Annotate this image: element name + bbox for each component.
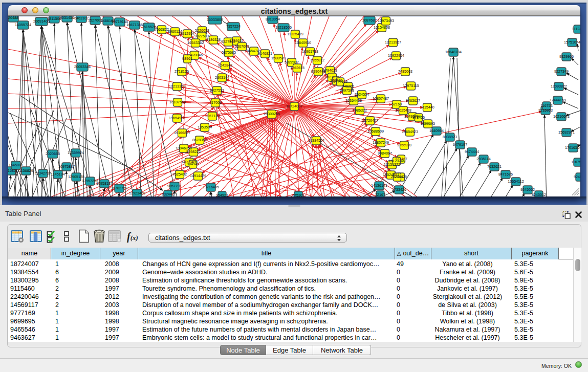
svg-text:7515526: 7515526: [142, 25, 156, 29]
svg-text:10975887: 10975887: [58, 164, 75, 169]
svg-text:11325419: 11325419: [287, 32, 303, 36]
svg-text:1353594: 1353594: [198, 125, 212, 129]
svg-text:16120746: 16120746: [388, 159, 405, 163]
svg-text:20488: 20488: [8, 16, 18, 20]
svg-text:6794028: 6794028: [323, 68, 337, 73]
svg-text:9463627: 9463627: [406, 98, 420, 103]
svg-text:16107554: 16107554: [169, 100, 186, 104]
svg-text:3915871: 3915871: [8, 168, 18, 173]
svg-text:18724007: 18724007: [286, 104, 302, 108]
svg-text:7632621: 7632621: [487, 164, 502, 169]
svg-text:116753: 116753: [540, 103, 552, 108]
svg-text:12213967: 12213967: [385, 40, 401, 45]
svg-text:1645001: 1645001: [9, 163, 23, 167]
svg-text:1733426: 1733426: [392, 187, 406, 192]
svg-text:5875685: 5875685: [222, 50, 236, 55]
svg-text:10688609: 10688609: [367, 129, 384, 134]
svg-text:9245052: 9245052: [520, 187, 535, 192]
svg-text:16033809: 16033809: [207, 17, 223, 22]
svg-text:3215953: 3215953: [538, 108, 553, 113]
svg-text:16543362: 16543362: [187, 40, 204, 45]
svg-text:22167: 22167: [375, 192, 385, 196]
svg-text:252254: 252254: [391, 174, 403, 179]
svg-text:12975115: 12975115: [403, 83, 419, 88]
svg-text:6463102: 6463102: [74, 16, 89, 20]
svg-text:1527602: 1527602: [88, 18, 102, 23]
svg-text:5322037: 5322037: [285, 60, 299, 64]
svg-text:904948: 904948: [187, 162, 199, 166]
svg-text:9329966: 9329966: [559, 54, 574, 59]
svg-text:13716485: 13716485: [203, 185, 219, 189]
svg-text:417006: 417006: [209, 100, 222, 105]
svg-text:7955812: 7955812: [310, 58, 324, 62]
svg-text:1640954: 1640954: [429, 128, 444, 133]
svg-text:8245012: 8245012: [532, 192, 546, 196]
svg-text:8471676: 8471676: [498, 172, 513, 177]
svg-text:15720407: 15720407: [362, 118, 378, 123]
svg-text:3624554: 3624554: [355, 92, 369, 97]
svg-text:2087682: 2087682: [362, 18, 377, 23]
svg-text:10025438: 10025438: [395, 108, 411, 113]
svg-text:2803144: 2803144: [215, 75, 229, 80]
svg-text:17359924: 17359924: [68, 150, 84, 155]
svg-text:12213369: 12213369: [169, 84, 185, 89]
svg-text:14136141: 14136141: [371, 183, 387, 188]
svg-text:10922954: 10922954: [388, 53, 404, 58]
svg-text:7485063: 7485063: [398, 69, 412, 74]
svg-text:17016504: 17016504: [565, 145, 580, 150]
svg-text:9115440: 9115440: [420, 105, 434, 110]
svg-text:29300255: 29300255: [264, 112, 280, 116]
svg-text:18807249: 18807249: [373, 140, 389, 145]
svg-text:1588520: 1588520: [271, 56, 286, 60]
svg-text:16961758: 16961758: [302, 49, 318, 54]
svg-text:9857791: 9857791: [167, 184, 182, 188]
svg-text:7663822: 7663822: [155, 27, 169, 32]
svg-text:9146821: 9146821: [258, 51, 272, 56]
svg-text:14914479: 14914479: [190, 173, 206, 178]
svg-text:6479197: 6479197: [453, 142, 467, 147]
svg-text:20053346: 20053346: [74, 64, 91, 69]
svg-text:6497568: 6497568: [340, 88, 354, 93]
svg-text:19384554: 19384554: [308, 138, 324, 143]
svg-text:16671355: 16671355: [126, 23, 143, 27]
svg-text:5498222: 5498222: [186, 149, 201, 154]
svg-text:6899695: 6899695: [421, 121, 435, 126]
svg-text:98961: 98961: [182, 56, 192, 61]
svg-text:832441: 832441: [162, 192, 174, 196]
svg-text:9242848: 9242848: [218, 63, 232, 68]
svg-text:7357224: 7357224: [226, 24, 241, 29]
svg-text:3267130: 3267130: [205, 114, 220, 118]
svg-text:21364436: 21364436: [345, 98, 362, 103]
svg-text:10958187: 10958187: [96, 181, 113, 186]
svg-text:16210643: 16210643: [553, 114, 570, 119]
svg-text:12923468: 12923468: [129, 191, 145, 195]
svg-text:9227349: 9227349: [554, 69, 569, 74]
svg-text:19218506: 19218506: [275, 25, 292, 30]
svg-text:16648784: 16648784: [445, 50, 462, 54]
svg-text:7986322: 7986322: [353, 108, 367, 113]
svg-text:1156829: 1156829: [19, 168, 33, 173]
svg-text:62160: 62160: [391, 102, 402, 106]
svg-text:16154808: 16154808: [374, 25, 390, 30]
svg-text:1362615: 1362615: [290, 65, 304, 70]
svg-text:12093822: 12093822: [551, 84, 567, 89]
svg-text:9756928: 9756928: [397, 143, 411, 147]
svg-text:2367608: 2367608: [235, 44, 249, 49]
svg-text:111243: 111243: [572, 27, 580, 31]
svg-text:12342737: 12342737: [35, 171, 51, 176]
svg-text:2718126: 2718126: [175, 69, 189, 74]
svg-text:1145194: 1145194: [51, 172, 64, 177]
svg-text:8912954: 8912954: [180, 31, 194, 36]
svg-text:14055724: 14055724: [15, 23, 31, 27]
svg-text:15692971: 15692971: [558, 130, 575, 135]
svg-text:19654985: 19654985: [169, 116, 185, 120]
svg-text:8938923: 8938923: [443, 135, 457, 139]
svg-text:15751074: 15751074: [564, 40, 580, 45]
svg-text:8427552: 8427552: [210, 88, 224, 93]
svg-text:10973493: 10973493: [378, 18, 394, 23]
svg-text:8678352: 8678352: [192, 138, 207, 142]
svg-text:2020655: 2020655: [46, 151, 60, 156]
svg-text:154921: 154921: [216, 193, 228, 196]
svg-text:10719185: 10719185: [112, 19, 128, 24]
svg-text:9474444: 9474444: [465, 149, 479, 154]
